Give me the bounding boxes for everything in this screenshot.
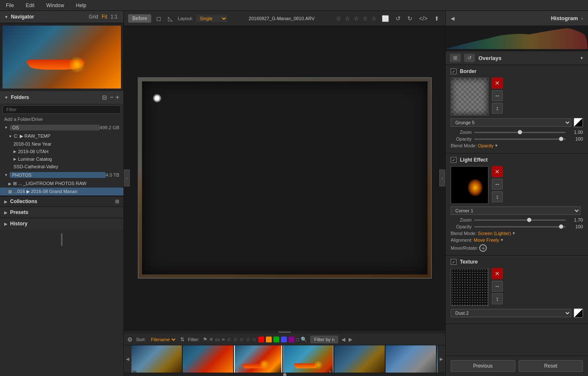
border-preset-select[interactable]: Grunge 5 (451, 118, 571, 127)
rating-star-1[interactable]: ☆ (336, 15, 341, 22)
panel-collapse-btn[interactable]: ◀ (451, 16, 454, 21)
filmstrip-handle[interactable] (124, 330, 445, 334)
light-flip-v-btn[interactable]: ↕ (492, 191, 503, 202)
light-opacity-slider[interactable] (474, 226, 566, 227)
navigator-zoom-11[interactable]: 1:1 (109, 13, 119, 20)
alignment-value[interactable]: Move Freely (474, 238, 499, 243)
menu-file[interactable]: File (3, 2, 16, 9)
filmstrip-thumb-7[interactable] (437, 345, 438, 373)
filmstrip-prev-nav[interactable]: ◀ (341, 337, 345, 342)
texture-checkbox[interactable] (451, 259, 457, 265)
sort-select[interactable]: Filename Date Rating (149, 337, 177, 342)
filmstrip-star-3[interactable]: ☆ (239, 337, 244, 342)
filmstrip-star-4[interactable]: ☆ (246, 337, 250, 342)
collections-section[interactable]: ▶ Collections ⊞ (0, 196, 123, 206)
light-blend-arrow[interactable]: ▼ (512, 231, 516, 235)
rating-star-2[interactable]: ☆ (345, 15, 350, 22)
light-effect-checkbox[interactable] (451, 157, 457, 163)
border-bw-toggle[interactable] (574, 118, 583, 127)
folders-toggle-arrow[interactable]: ▼ (4, 95, 8, 100)
rating-star-3[interactable]: ☆ (354, 15, 359, 22)
reset-btn[interactable]: Reset (519, 360, 583, 372)
filmstrip-thumb-1[interactable] (131, 345, 182, 373)
light-preset-select[interactable]: Corner 1 (451, 206, 580, 215)
light-zoom-thumb[interactable] (527, 218, 531, 222)
previous-btn[interactable]: Previous (451, 360, 515, 372)
filmstrip-next-nav[interactable]: ▶ (349, 337, 352, 342)
folders-plus-icon[interactable]: + (116, 94, 119, 101)
filmstrip-thumb-4[interactable]: ✎ (283, 345, 333, 373)
border-checkbox[interactable] (451, 68, 457, 74)
add-folder-btn[interactable]: Add a Folder/Drive (0, 115, 123, 123)
rating-star-5[interactable]: ☆ (371, 15, 377, 22)
border-flip-v-btn[interactable]: ↕ (492, 103, 503, 114)
border-opacity-thumb[interactable] (559, 137, 563, 141)
right-collapse-arrow[interactable]: › (439, 170, 445, 186)
folders-monitor-icon[interactable]: ⊟ (102, 94, 107, 101)
texture-bw-toggle[interactable] (574, 308, 583, 318)
alignment-arrow[interactable]: ▼ (500, 238, 504, 242)
filter-rect-icon[interactable]: ▭ (215, 337, 220, 342)
filter-chevron-icon[interactable]: ≫ (221, 337, 225, 342)
menu-edit[interactable]: Edit (23, 2, 37, 9)
sort-direction-icon[interactable]: ⇅ (180, 337, 184, 342)
light-flip-h-btn[interactable]: ↔ (492, 179, 503, 190)
filter-square-icon[interactable]: □ (296, 337, 299, 342)
folder-lightroom-photos[interactable]: ▶ ⊞ ... _LIGHTROOM PHOTOS RAW (0, 180, 123, 188)
filmstrip-star-5[interactable]: ☆ (252, 337, 257, 342)
filmstrip-scroll-left[interactable]: ◀ (124, 345, 131, 373)
folder-filter-input[interactable] (3, 105, 121, 114)
filter-color-orange[interactable] (266, 337, 272, 342)
menu-help[interactable]: Help (74, 2, 89, 9)
layout-select[interactable]: Single Compare Survey (196, 15, 227, 22)
folders-header[interactable]: ▼ Folders ⊟ − + (0, 91, 123, 104)
left-collapse-arrow[interactable]: ‹ (124, 170, 130, 186)
border-flip-h-btn[interactable]: ↔ (492, 90, 503, 101)
texture-preset-select[interactable]: Dust 2 (451, 309, 571, 317)
texture-flip-h-btn[interactable]: ↔ (492, 281, 503, 292)
overlay-tab-btn-2[interactable]: ↺ (464, 54, 475, 62)
filter-color-blue[interactable] (281, 337, 287, 342)
folders-minus-icon[interactable]: − (110, 94, 113, 101)
border-zoom-thumb[interactable] (518, 130, 522, 134)
light-blend-value[interactable]: Screen (Lighter) (478, 231, 511, 236)
filter-color-red[interactable] (258, 337, 264, 342)
menu-window[interactable]: Window (44, 2, 67, 9)
folder-2018-new-year[interactable]: 2018-01 New Year (0, 140, 123, 148)
view-mode-btn-2[interactable]: ◺ (166, 14, 174, 23)
border-zoom-slider[interactable] (474, 132, 566, 133)
share-btn[interactable]: ⬆ (433, 14, 441, 23)
rotate-left-btn[interactable]: ↺ (394, 14, 402, 23)
move-rotate-crosshair[interactable] (479, 244, 487, 252)
light-zoom-slider[interactable] (474, 219, 566, 221)
filmstrip-scroll-right[interactable]: ▶ (438, 345, 445, 373)
folder-ssd-cathedral[interactable]: SSD-Cathedral-Valley (0, 163, 123, 170)
history-header[interactable]: ▶ History (0, 218, 123, 229)
filter-flag-icon[interactable]: ⚑ (203, 337, 207, 342)
navigator-toggle-arrow[interactable]: ▼ (4, 15, 8, 19)
texture-delete-btn[interactable]: ✕ (492, 268, 503, 279)
navigator-zoom-fit[interactable]: Fit (100, 13, 109, 20)
filmstrip-thumb-5[interactable] (334, 345, 385, 373)
rating-star-4[interactable]: ☆ (362, 15, 368, 22)
border-blend-arrow[interactable]: ▼ (494, 144, 498, 148)
navigator-section-header[interactable]: ▼ Navigator Grid Fit 1:1 (0, 11, 123, 23)
border-opacity-slider[interactable] (474, 138, 566, 140)
overlay-tab-btn-1[interactable]: ⊞ (450, 54, 461, 62)
filmstrip-star-1[interactable]: ☆ (227, 337, 231, 342)
code-btn[interactable]: </> (417, 14, 429, 23)
border-blend-value[interactable]: Opacity (478, 143, 494, 148)
filmstrip-gear-icon[interactable]: ⚙ (127, 336, 133, 343)
view-mode-btn-1[interactable]: ◻ (155, 14, 163, 23)
folder-2019-utah[interactable]: ▶ 2019-08 UTAH (0, 148, 123, 155)
before-button[interactable]: Before (128, 14, 151, 23)
histogram-expand-btn[interactable]: › (581, 16, 583, 21)
rotate-right-btn[interactable]: ↻ (406, 14, 414, 23)
filter-x-icon[interactable]: ✕ (209, 337, 213, 342)
presets-header[interactable]: ▶ Presets (0, 207, 123, 218)
texture-flip-v-btn[interactable]: ↕ (492, 293, 503, 304)
filter-by-btn[interactable]: Filter by n (310, 336, 338, 343)
light-delete-btn[interactable]: ✕ (492, 166, 503, 177)
folder-raw-temp[interactable]: ▼ C: ▶ RAW_TEMP (0, 132, 123, 140)
overlays-dropdown-arrow[interactable]: ▼ (580, 56, 584, 60)
